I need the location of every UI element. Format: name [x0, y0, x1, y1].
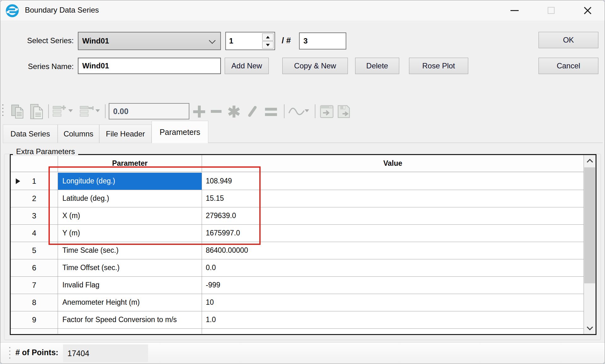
scrollbar-thumb[interactable]	[584, 167, 595, 283]
scroll-up-button[interactable]	[584, 155, 596, 167]
series-index-value: 1	[229, 37, 233, 45]
row-header-cell[interactable]: 1	[11, 173, 58, 190]
parameter-column-header[interactable]: Parameter	[58, 155, 202, 172]
value-cell[interactable]: 1675997.0	[202, 225, 584, 242]
tab-file-header[interactable]: File Header	[99, 124, 152, 143]
add-icon	[193, 106, 205, 118]
parameter-cell[interactable]: Latitude (deg.)	[58, 190, 202, 207]
save-export-button[interactable]	[336, 104, 352, 119]
append-row-button[interactable]	[79, 104, 95, 119]
copy-button[interactable]	[10, 104, 26, 119]
paste-icon	[29, 104, 44, 119]
value-cell[interactable]: 15.15	[202, 190, 584, 207]
value-cell[interactable]	[202, 329, 584, 334]
extra-parameters-group-label: Extra Parameters	[13, 147, 78, 156]
series-name-label: Series Name:	[9, 62, 74, 71]
close-button[interactable]	[578, 0, 598, 20]
spin-up-button[interactable]	[262, 33, 274, 41]
equals-icon	[265, 108, 277, 116]
row-header-cell[interactable]: 5	[11, 242, 58, 259]
interpolate-button[interactable]	[288, 104, 305, 119]
divide-icon	[248, 106, 257, 118]
parameter-cell[interactable]: Y (m)	[58, 225, 202, 242]
interpolate-dropdown[interactable]	[305, 109, 309, 112]
row-header-cell[interactable]: 2	[11, 190, 58, 207]
series-count-field[interactable]: 3	[299, 32, 346, 49]
rose-plot-button[interactable]: Rose Plot	[409, 58, 468, 74]
value-cell[interactable]: -999	[202, 277, 584, 294]
copy-and-new-button[interactable]: Copy & New	[282, 58, 348, 74]
row-header-cell[interactable]: 4	[11, 225, 58, 242]
series-index-stepper[interactable]: 1	[225, 32, 275, 50]
parameter-cell[interactable]: Time Offset (sec.)	[58, 259, 202, 276]
row-header-cell[interactable]: 6	[11, 259, 58, 276]
tab-columns[interactable]: Columns	[58, 124, 99, 143]
parameter-cell[interactable]: Factor for Speed Conversion to m/s	[58, 311, 202, 328]
row-header-cell[interactable]: 7	[11, 277, 58, 294]
row-header-cell[interactable]: 3	[11, 207, 58, 224]
subtract-values-button[interactable]	[211, 110, 222, 113]
toolbar-separator	[284, 104, 285, 118]
operation-value-field[interactable]: 0.00	[109, 103, 189, 119]
add-new-button[interactable]: Add New	[225, 58, 269, 74]
insert-row-dropdown[interactable]	[68, 109, 73, 112]
chevron-down-icon	[305, 109, 309, 112]
table-row: 7Invalid Flag-999	[11, 277, 584, 294]
row-number: 2	[32, 194, 36, 203]
delete-button[interactable]: Delete	[355, 58, 399, 74]
row-header-cell[interactable]: 9	[11, 311, 58, 328]
table-row: 9Factor for Speed Conversion to m/s1.0	[11, 311, 584, 329]
parameter-cell[interactable]: Longitude (deg.)	[58, 173, 202, 190]
value-cell[interactable]: 0.0	[202, 259, 584, 276]
append-row-dropdown[interactable]	[95, 109, 100, 112]
value-cell[interactable]: 86400.00000	[202, 242, 584, 259]
parameter-cell[interactable]	[58, 329, 202, 334]
multiply-values-button[interactable]	[228, 106, 240, 118]
parameters-table: Parameter Value 1Longitude (deg.)108.949…	[10, 154, 596, 335]
tab-data-series[interactable]: Data Series	[3, 124, 58, 143]
spin-down-button[interactable]	[262, 41, 274, 49]
minimize-button[interactable]	[504, 0, 525, 20]
set-values-button[interactable]	[265, 108, 277, 116]
row-number: 8	[32, 298, 36, 307]
divide-values-button[interactable]	[246, 110, 259, 113]
maximize-button[interactable]	[541, 0, 561, 20]
series-select-dropdown[interactable]: Wind01	[78, 32, 221, 50]
toolbar-grip-handle[interactable]	[2, 104, 3, 116]
chevron-up-icon	[587, 159, 593, 165]
parameter-cell[interactable]: X (m)	[58, 207, 202, 224]
table-row: 4Y (m)1675997.0	[11, 225, 584, 242]
minimize-icon	[510, 10, 519, 11]
parameter-cell[interactable]: Anemometer Height (m)	[58, 294, 202, 311]
vertical-scrollbar[interactable]	[584, 155, 596, 334]
multiply-icon	[228, 106, 240, 118]
series-select-value: Wind01	[82, 37, 109, 45]
tab-parameters[interactable]: Parameters	[152, 121, 208, 143]
save-export-icon	[336, 104, 352, 119]
add-values-button[interactable]	[193, 106, 205, 118]
toolbar-separator	[105, 104, 106, 118]
table-row-partial	[11, 329, 584, 334]
row-number: 3	[32, 211, 36, 220]
export-window-button[interactable]	[319, 104, 334, 119]
parameter-cell[interactable]: Time Scale (sec.)	[58, 242, 202, 259]
parameter-cell[interactable]: Invalid Flag	[58, 277, 202, 294]
cancel-button[interactable]: Cancel	[539, 58, 598, 74]
value-cell[interactable]: 279639.0	[202, 207, 584, 224]
row-number: 4	[32, 229, 36, 238]
value-cell[interactable]: 1.0	[202, 311, 584, 328]
ok-button[interactable]: OK	[539, 32, 598, 48]
value-column-header[interactable]: Value	[202, 155, 584, 172]
statusbar-grip-handle[interactable]	[9, 347, 10, 359]
row-number: 5	[32, 246, 36, 255]
row-header-column	[11, 155, 58, 172]
row-header-cell[interactable]	[11, 329, 58, 334]
paste-button[interactable]	[29, 104, 44, 119]
series-name-input[interactable]: Wind01	[78, 58, 221, 74]
row-header-cell[interactable]: 8	[11, 294, 58, 311]
interpolate-icon	[288, 104, 305, 119]
value-cell[interactable]: 10	[202, 294, 584, 311]
scroll-down-button[interactable]	[584, 322, 596, 334]
insert-row-button[interactable]	[52, 104, 68, 119]
value-cell[interactable]: 108.949	[202, 173, 584, 190]
